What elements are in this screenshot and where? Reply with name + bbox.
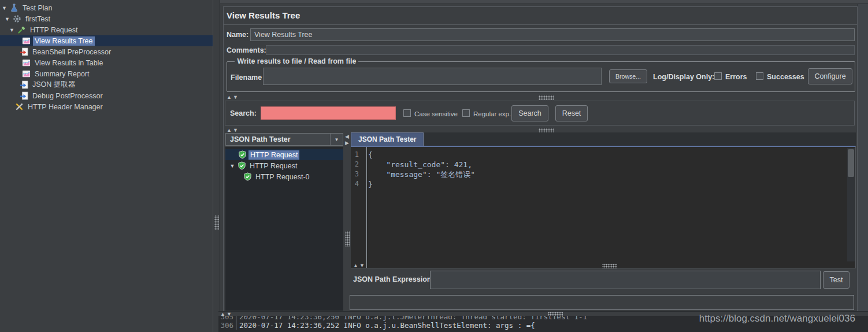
errors-checkbox[interactable]	[714, 72, 722, 80]
splitter-grip[interactable]	[539, 95, 554, 100]
json-path-expression-label: JSON Path Expression	[353, 275, 431, 283]
sidebar-item-summary-report[interactable]: Summary Report	[0, 68, 213, 79]
splitter-grip[interactable]	[345, 231, 350, 246]
browse-button[interactable]: Browse...	[609, 69, 647, 83]
splitter-collapse-down-icon[interactable]: ▼	[233, 95, 238, 100]
line-number: 4	[351, 179, 363, 189]
successes-checkbox[interactable]	[756, 72, 763, 80]
splitter-collapse-left-icon[interactable]: ◀	[345, 134, 349, 139]
code-text: }	[363, 179, 373, 189]
right-edge-strip	[857, 4, 868, 332]
sidebar-item-http-header-manager[interactable]: HTTP Header Manager	[0, 101, 213, 112]
chart-icon	[22, 58, 31, 67]
log-line-text: 2020-07-17 14:23:36,250 INFO o.a.j.t.JMe…	[236, 316, 587, 321]
code-line: 3 "message": "签名错误"	[351, 169, 846, 179]
splitter-grip[interactable]	[602, 264, 617, 268]
line-number: 1	[351, 150, 363, 160]
viewer-selector-value: JSON Path Tester	[226, 135, 330, 143]
gear-icon	[13, 14, 21, 23]
log-display-only-label: Log/Display Only:	[653, 73, 714, 81]
code-text: {	[363, 150, 373, 160]
dropper-icon	[17, 25, 26, 34]
top-strip	[220, 0, 868, 4]
expander-icon[interactable]: ▼	[1, 5, 8, 11]
search-box: Search: Case sensitive Regular exp. Sear…	[225, 101, 855, 126]
log-row: 3052020-07-17 14:23:36,250 INFO o.a.j.t.…	[218, 316, 587, 321]
filename-input[interactable]	[263, 68, 602, 85]
comments-input[interactable]	[266, 45, 855, 55]
code-text: "result_code": 421,	[363, 160, 472, 169]
sidebar-item-label: firstTest	[24, 14, 52, 24]
chevron-down-icon[interactable]: ▼	[330, 134, 343, 145]
sampler-results-tree: HTTP Request ▼ HTTP Request HTTP Request…	[225, 147, 343, 311]
flask-icon	[10, 3, 18, 12]
result-item-http-request[interactable]: HTTP Request	[225, 149, 343, 160]
tab-json-path-tester[interactable]: JSON Path Tester	[351, 132, 424, 146]
splitter-collapse-up-icon[interactable]: ▲	[227, 95, 232, 100]
viewer-tabbar: JSON Path Tester	[351, 132, 856, 146]
splitter-collapse-down-icon[interactable]: ▼	[359, 263, 365, 268]
shield-check-icon	[243, 172, 252, 181]
sidebar-item-beanshell-preprocessor[interactable]: BeanShell PreProcessor	[0, 46, 213, 57]
regular-exp-checkbox[interactable]	[462, 109, 470, 117]
editor-scrollbar[interactable]	[847, 148, 855, 261]
search-label: Search:	[230, 109, 257, 117]
search-input[interactable]	[261, 106, 396, 120]
sidebar-item-label: Debug PostProcessor	[31, 91, 105, 101]
tree-main-splitter[interactable]	[213, 0, 220, 332]
json-path-expression-input[interactable]	[430, 271, 821, 289]
sidebar-item-label: JSON 提取器	[31, 79, 77, 90]
sidebar-item-label: View Results in Table	[33, 58, 105, 68]
sidebar-item-http-request[interactable]: ▼ HTTP Request	[0, 24, 213, 35]
chart-icon	[22, 36, 31, 45]
write-results-group: Write results to file / Read from file F…	[227, 57, 855, 92]
name-input[interactable]	[250, 28, 855, 41]
search-button[interactable]: Search	[511, 105, 548, 121]
document-red-arrow-icon	[20, 47, 28, 56]
case-sensitive-checkbox[interactable]	[403, 109, 411, 117]
result-item-http-request-0[interactable]: HTTP Request-0	[225, 171, 343, 182]
sidebar-item-label: HTTP Header Manager	[26, 102, 105, 112]
watermark-url: https://blog.csdn.net/wangxuelei036	[699, 313, 855, 324]
log-line-number: 306	[218, 321, 236, 330]
log-line-number: 305	[218, 316, 236, 321]
response-editor[interactable]: 1{ 2 "result_code": 421, 3 "message": "签…	[351, 146, 856, 268]
splitter-grip[interactable]	[214, 215, 219, 230]
sidebar-item-test-plan[interactable]: ▼ Test Plan	[0, 2, 213, 13]
expander-icon[interactable]: ▼	[9, 27, 15, 33]
sidebar-item-json-extractor[interactable]: JSON 提取器	[0, 79, 213, 90]
view-results-tree-panel: View Results Tree Name: Comments: Write …	[223, 6, 858, 312]
filename-label: Filename	[231, 73, 262, 82]
document-blue-arrow-icon	[20, 91, 28, 100]
splitter-collapse-up-icon[interactable]: ▲	[353, 263, 358, 268]
expander-icon[interactable]: ▼	[4, 16, 10, 22]
expander-icon[interactable]: ▼	[229, 163, 236, 169]
log-line-text: 2020-07-17 14:23:36,252 INFO o.a.j.u.Bea…	[236, 321, 535, 330]
write-results-legend: Write results to file / Read from file	[235, 57, 358, 65]
splitter-collapse-down-icon[interactable]: ▼	[233, 128, 238, 133]
reset-button[interactable]: Reset	[555, 105, 588, 121]
sidebar-item-debug-postprocessor[interactable]: Debug PostProcessor	[0, 90, 213, 101]
test-button[interactable]: Test	[823, 271, 850, 289]
sidebar-item-label: Summary Report	[33, 69, 91, 79]
result-item-http-request-parent[interactable]: ▼ HTTP Request	[225, 160, 343, 171]
line-number: 3	[351, 169, 363, 179]
results-viewer-splitter[interactable]: ◀ ▶	[344, 132, 351, 311]
scrollbar-thumb[interactable]	[848, 149, 854, 177]
splitter-collapse-right-icon[interactable]: ▶	[345, 141, 349, 146]
code-line: 4}	[351, 179, 846, 189]
viewer-selector-dropdown[interactable]: JSON Path Tester ▼	[225, 133, 343, 146]
case-sensitive-label: Case sensitive	[414, 110, 458, 117]
configure-button[interactable]: Configure	[808, 68, 852, 84]
sidebar-item-label: Test Plan	[21, 3, 54, 13]
result-item-label: HTTP Request	[248, 150, 299, 160]
sidebar-item-view-results-tree[interactable]: View Results Tree	[0, 35, 213, 46]
shield-check-icon	[238, 161, 246, 170]
successes-label: Successes	[767, 73, 804, 81]
log-row: 3062020-07-17 14:23:36,252 INFO o.a.j.u.…	[218, 321, 535, 330]
chart-icon	[22, 69, 31, 78]
splitter-collapse-up-icon[interactable]: ▲	[227, 128, 232, 133]
comments-label: Comments:	[227, 46, 266, 54]
sidebar-item-view-results-in-table[interactable]: View Results in Table	[0, 57, 213, 68]
sidebar-item-firsttest[interactable]: ▼ firstTest	[0, 13, 213, 24]
